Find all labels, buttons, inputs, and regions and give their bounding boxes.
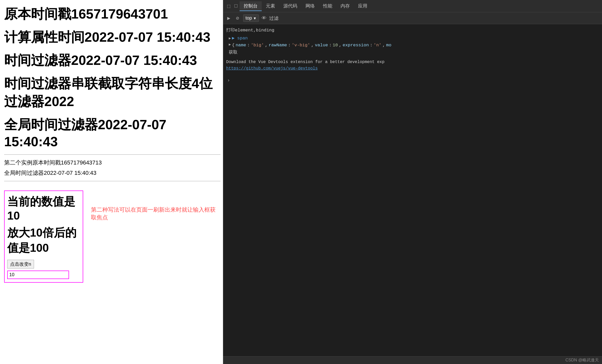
tab-memory[interactable]: 内存 (336, 1, 354, 11)
divider1 (4, 154, 221, 155)
object-name-value: 'big' (251, 42, 264, 49)
top-dropdown[interactable]: top ▼ (243, 14, 259, 22)
devtools-panel: ⬚ □ 控制台 元素 源代码 网络 性能 内存 应用 ▶ ⊘ top ▼ 👁 过… (223, 0, 602, 364)
section2-line2: 全局时间过滤器2022-07-07 15:40:43 (4, 169, 219, 177)
console-prompt-line: › (226, 77, 599, 84)
object-expression-value: 'n' (374, 42, 381, 49)
span-label: ▶ span (232, 35, 248, 42)
object-value: 10 (333, 42, 338, 49)
line5: 全局时间过滤器2022-07-07 15:40:43 (4, 116, 219, 149)
top-label: top (245, 15, 252, 21)
magnified-value-label: 放大10倍后的值是100 (7, 225, 80, 256)
devtools-cursor-icon[interactable]: ⬚ (225, 3, 232, 9)
line2: 计算属性时间2022-07-07 15:40:43 (4, 28, 219, 46)
block-icon[interactable]: ⊘ (234, 14, 241, 22)
object-expand-arrow-icon[interactable]: ▶ (229, 42, 231, 47)
console-print-line: 打印element,binding (226, 27, 599, 34)
divider2 (4, 181, 221, 181)
tab-console[interactable]: 控制台 (240, 1, 262, 11)
console-caret-icon[interactable]: › (226, 77, 231, 83)
line4: 时间过滤器串联截取字符串长度4位过滤器2022 (4, 75, 219, 111)
devtools-subtoolbar: ▶ ⊘ top ▼ 👁 过滤 (223, 12, 602, 24)
line1: 原本时间戳1657179643701 (4, 5, 219, 23)
tab-performance[interactable]: 性能 (319, 1, 336, 11)
object-rawname-value: 'v-big' (292, 42, 310, 49)
eye-icon[interactable]: 👁 (261, 15, 267, 21)
tab-network[interactable]: 网络 (301, 1, 319, 11)
span-expand-arrow-icon[interactable]: ▶ (229, 36, 231, 41)
play-icon[interactable]: ▶ (226, 14, 232, 22)
current-value-label: 当前的数值是10 (7, 194, 80, 222)
hint-text: 第二种写法可以在页面一刷新出来时就让输入框获取焦点 (91, 206, 219, 221)
change-n-button[interactable]: 点击改变n (7, 260, 34, 268)
devtools-link[interactable]: https://github.com/vuejs/vue-devtools (226, 66, 318, 71)
main-panel: 原本时间戳1657179643701 计算属性时间2022-07-07 15:4… (0, 0, 223, 364)
devtools-link-line: https://github.com/vuejs/vue-devtools (226, 65, 599, 72)
filter-label: 过滤 (269, 15, 278, 21)
devtools-message: Download the Vue Devtools extension for … (226, 59, 599, 66)
section2-line1: 第二个实例原本时间戳1657179643713 (4, 159, 219, 167)
devtools-tab-bar: ⬚ □ 控制台 元素 源代码 网络 性能 内存 应用 (223, 0, 602, 12)
tab-elements[interactable]: 元素 (262, 1, 279, 11)
console-huoqu-line: 获取 (226, 49, 599, 56)
devtools-console-content: 打印element,binding ▶ ▶ span ▶ {name: 'big… (223, 24, 602, 356)
tab-application[interactable]: 应用 (354, 1, 371, 11)
n-input[interactable] (7, 271, 69, 279)
print-element-binding-text: 打印element,binding (226, 27, 274, 34)
dropdown-arrow-icon: ▼ (253, 16, 257, 20)
huoqu-text: 获取 (229, 50, 238, 55)
tab-source[interactable]: 源代码 (279, 1, 301, 11)
pink-section-row: 当前的数值是10 放大10倍后的值是100 点击改变n 第二种写法可以在页面一刷… (4, 185, 219, 283)
console-object-line: ▶ {name: 'big', rawName: 'v-big', value:… (226, 42, 599, 49)
credits-text: CSDN @略武逢天 (565, 358, 599, 363)
devtools-message-text: Download the Vue Devtools extension for … (226, 60, 385, 64)
pink-box: 当前的数值是10 放大10倍后的值是100 点击改变n (4, 190, 83, 283)
line3: 时间过滤器2022-07-07 15:40:43 (4, 51, 219, 70)
console-span-line: ▶ ▶ span (226, 35, 599, 42)
devtools-bottom-bar: CSDN @略武逢天 (223, 356, 602, 364)
devtools-inspect-icon[interactable]: □ (232, 3, 240, 9)
